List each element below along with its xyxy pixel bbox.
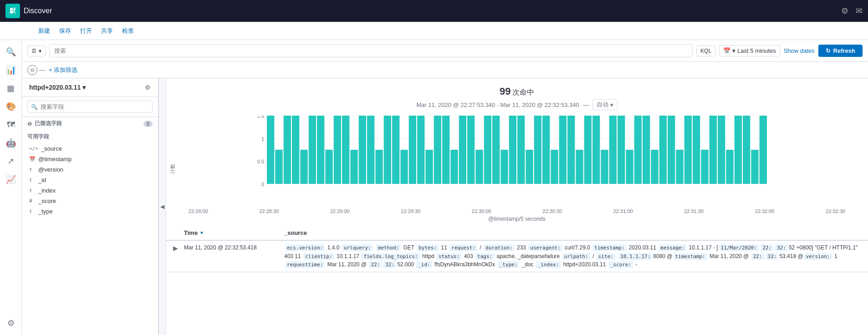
field-name-label: _score — [38, 198, 56, 204]
selected-fields-label: ⊖ 已筛选字段 — [27, 120, 62, 127]
field-item[interactable]: #_score — [22, 196, 158, 206]
add-filter-button[interactable]: + 添加筛选 — [49, 66, 77, 74]
main-content: httpd+2020.03.11 ▾ ⚙ 🔍 — [22, 78, 868, 335]
nav-discover[interactable]: 🔍 — [3, 44, 19, 60]
settings-icon[interactable]: ⚙ — [841, 6, 848, 16]
time-picker[interactable]: 📅 ▾ Last 5 minutes — [719, 45, 780, 56]
collapse-sidebar-button[interactable]: ⚙ — [145, 84, 151, 91]
toolbar: 新建 保存 打开 共享 检查 — [0, 22, 868, 40]
svg-rect-34 — [484, 116, 491, 184]
sort-icon: ▼ — [199, 230, 204, 235]
nav-settings[interactable]: ⚙ — [3, 315, 19, 331]
nav-apm[interactable]: 📈 — [3, 171, 19, 188]
time-picker-chevron: ▾ — [732, 47, 735, 54]
sidebar: httpd+2020.03.11 ▾ ⚙ 🔍 — [22, 78, 158, 335]
time-column-header[interactable]: Time ▼ — [184, 229, 284, 236]
field-type-icon: # — [29, 198, 36, 204]
nav-ml[interactable]: 🤖 — [3, 135, 19, 151]
svg-rect-31 — [459, 116, 466, 184]
share-button[interactable]: 共享 — [101, 27, 113, 35]
field-type-icon: 📅 — [29, 156, 36, 162]
svg-text:0: 0 — [261, 182, 264, 187]
svg-rect-52 — [634, 116, 642, 184]
source-field-name: _source — [41, 145, 62, 152]
field-item[interactable]: t_type — [22, 206, 158, 217]
source-field-item[interactable]: </> _source — [22, 143, 158, 154]
top-icons: ⚙ ✉ — [841, 6, 863, 16]
index-pattern-header: httpd+2020.03.11 ▾ ⚙ — [22, 78, 158, 97]
svg-rect-29 — [442, 116, 449, 184]
svg-rect-27 — [425, 150, 433, 184]
field-item[interactable]: t_index — [22, 185, 158, 196]
time-range-dash: — — [583, 102, 589, 108]
svg-rect-46 — [584, 116, 592, 184]
svg-rect-63 — [726, 150, 733, 184]
selected-fields-collapse-icon: ⊖ — [27, 121, 32, 127]
left-nav: 🔍 📊 ▦ 🎨 🗺 🤖 ↗ 📈 ⚙ — [0, 40, 22, 335]
x-axis-labels: 22:28:00 22:28:30 22:29:00 22:29:30 22:3… — [189, 207, 845, 216]
nav-visualize[interactable]: 📊 — [3, 62, 19, 78]
field-item[interactable]: 📅@timestamp — [22, 154, 158, 164]
svg-rect-18 — [350, 150, 357, 184]
svg-rect-9 — [275, 150, 282, 184]
mail-icon[interactable]: ✉ — [856, 6, 863, 16]
index-icon-down: ▾ — [39, 48, 41, 54]
index-pattern-name[interactable]: httpd+2020.03.11 ▾ — [29, 84, 86, 91]
field-type-icon: t — [29, 177, 36, 183]
svg-rect-64 — [735, 116, 742, 184]
svg-rect-33 — [475, 150, 483, 184]
field-type-icon: t — [29, 208, 36, 214]
field-search-input[interactable] — [27, 101, 153, 113]
filter-options-icon: ⊖ — [30, 67, 35, 73]
nav-graph[interactable]: ↗ — [3, 153, 19, 169]
row-timestamp: Mar 11, 2020 @ 22:32:53.418 — [184, 244, 284, 251]
field-name-label: @timestamp — [38, 156, 71, 162]
x-axis-title: @timestamp/5 seconds — [189, 216, 845, 222]
expand-row-button[interactable]: ▶ — [173, 244, 184, 252]
svg-rect-57 — [676, 150, 683, 184]
nav-canvas[interactable]: 🎨 — [3, 98, 19, 115]
index-picker[interactable]: 🗓 ▾ — [27, 46, 46, 56]
svg-rect-39 — [526, 150, 533, 184]
results-table: Time ▼ _source ▶ Mar 11, 2020 @ 22:32:53… — [166, 226, 868, 335]
svg-rect-30 — [450, 150, 458, 184]
inspect-button[interactable]: 检查 — [122, 27, 134, 35]
svg-rect-16 — [334, 116, 341, 184]
search-input[interactable] — [49, 44, 693, 57]
svg-rect-65 — [743, 116, 750, 184]
nav-maps[interactable]: 🗺 — [3, 117, 19, 133]
time-value: Last 5 minutes — [737, 47, 776, 54]
svg-rect-25 — [409, 116, 416, 184]
svg-rect-67 — [760, 116, 767, 184]
save-button[interactable]: 保存 — [59, 27, 71, 35]
calendar-icon: 📅 — [723, 47, 730, 54]
svg-rect-37 — [509, 116, 516, 184]
filter-options-button[interactable]: ⊖ — [27, 65, 37, 75]
svg-rect-11 — [292, 116, 299, 184]
auto-interval-button[interactable]: 自动 ▾ — [592, 99, 618, 110]
svg-rect-28 — [434, 116, 441, 184]
svg-rect-44 — [567, 116, 575, 184]
available-fields-label: 可用字段 — [27, 133, 49, 141]
svg-rect-59 — [693, 116, 700, 184]
svg-rect-49 — [609, 116, 617, 184]
field-type-icon: t — [29, 188, 36, 193]
field-item[interactable]: t_id — [22, 175, 158, 185]
field-search-icon: 🔍 — [31, 104, 38, 110]
field-name-label: _index — [38, 187, 56, 194]
svg-rect-42 — [551, 150, 558, 184]
show-dates-button[interactable]: Show dates — [784, 47, 815, 54]
new-button[interactable]: 新建 — [38, 27, 50, 35]
histogram-chart[interactable]: 0 0.5 1 1.5 — [189, 116, 845, 207]
auto-chevron: ▾ — [610, 102, 613, 108]
field-item[interactable]: t@version — [22, 164, 158, 175]
selected-fields-count: 0 — [143, 121, 153, 127]
collapse-handle[interactable]: ◀ — [158, 78, 166, 335]
nav-dashboard[interactable]: ▦ — [3, 80, 19, 96]
table-row-inner: ▶ Mar 11, 2020 @ 22:32:53.418 ecs.versio… — [166, 241, 868, 272]
refresh-button[interactable]: ↻ Refresh — [818, 45, 863, 57]
svg-rect-10 — [284, 116, 291, 184]
open-button[interactable]: 打开 — [80, 27, 92, 35]
kql-badge[interactable]: KQL — [696, 46, 715, 56]
selected-fields-section[interactable]: ⊖ 已筛选字段 0 — [22, 117, 158, 130]
